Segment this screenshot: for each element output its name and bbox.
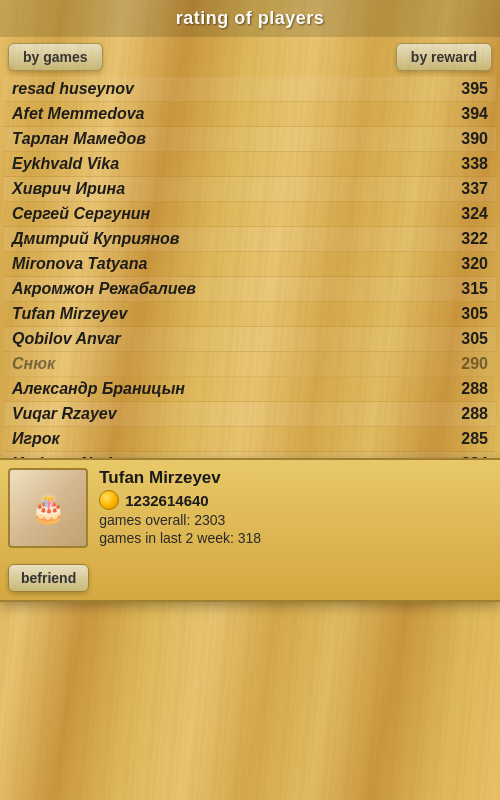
player-name: Дмитрий Куприянов <box>12 230 180 248</box>
player-row[interactable]: Mironova Tatyana320 <box>4 252 496 277</box>
player-score: 315 <box>461 280 488 298</box>
player-name: Акромжон Режабалиев <box>12 280 196 298</box>
player-name: Afet Memmedova <box>12 105 144 123</box>
player-row[interactable]: Акромжон Режабалиев315 <box>4 277 496 302</box>
player-row[interactable]: Сергей Сергунин324 <box>4 202 496 227</box>
player-score: 285 <box>461 430 488 448</box>
popup-games-last-week: games in last 2 week: 318 <box>99 530 492 546</box>
player-score: 395 <box>461 80 488 98</box>
filter-row: by games by reward <box>0 37 500 77</box>
player-name: Снюк <box>12 355 55 373</box>
player-score: 324 <box>461 205 488 223</box>
player-row[interactable]: Хиврич Ирина337 <box>4 177 496 202</box>
player-score: 290 <box>461 355 488 373</box>
player-name: Хиврич Ирина <box>12 180 125 198</box>
player-score: 390 <box>461 130 488 148</box>
player-row[interactable]: Eykhvald Vika338 <box>4 152 496 177</box>
player-name: Игрок <box>12 430 60 448</box>
popup-avatar: 🎂 <box>8 468 88 548</box>
player-name: Vuqar Rzayev <box>12 405 117 423</box>
popup-player-name: Tufan Mirzeyev <box>99 468 492 488</box>
popup-info-section: Tufan Mirzeyev 1232614640 games overall:… <box>99 468 492 546</box>
player-score: 394 <box>461 105 488 123</box>
player-score: 338 <box>461 155 488 173</box>
player-name: Сергей Сергунин <box>12 205 150 223</box>
player-score: 288 <box>461 380 488 398</box>
player-popup: 🎂 befriend Tufan Mirzeyev 1232614640 gam… <box>0 458 500 602</box>
befriend-button[interactable]: befriend <box>8 564 89 592</box>
player-name: Tufan Mirzeyev <box>12 305 127 323</box>
player-score: 305 <box>461 330 488 348</box>
player-row[interactable]: Снюк290 <box>4 352 496 377</box>
main-container: rating of players by games by reward res… <box>0 0 500 800</box>
player-row[interactable]: Afet Memmedova394 <box>4 102 496 127</box>
player-score: 337 <box>461 180 488 198</box>
player-row[interactable]: Александр Браницын288 <box>4 377 496 402</box>
by-games-button[interactable]: by games <box>8 43 103 71</box>
popup-coins-row: 1232614640 <box>99 490 492 510</box>
player-row[interactable]: Тарлан Мамедов390 <box>4 127 496 152</box>
coin-icon <box>99 490 119 510</box>
by-reward-button[interactable]: by reward <box>396 43 492 71</box>
player-row[interactable]: Qobilov Anvar305 <box>4 327 496 352</box>
player-list-above: resad huseynov395Afet Memmedova394Тарлан… <box>0 77 500 352</box>
player-score: 320 <box>461 255 488 273</box>
popup-left-section: 🎂 befriend <box>8 468 89 592</box>
player-score: 305 <box>461 305 488 323</box>
player-name: resad huseynov <box>12 80 134 98</box>
popup-coins-value: 1232614640 <box>125 492 208 509</box>
player-row[interactable]: Tufan Mirzeyev305 <box>4 302 496 327</box>
player-score: 288 <box>461 405 488 423</box>
page-title: rating of players <box>176 8 325 28</box>
player-name: Тарлан Мамедов <box>12 130 146 148</box>
header: rating of players <box>0 0 500 37</box>
player-name: Mironova Tatyana <box>12 255 147 273</box>
player-row[interactable]: Vuqar Rzayev288 <box>4 402 496 427</box>
player-name: Александр Браницын <box>12 380 185 398</box>
popup-games-overall: games overall: 2303 <box>99 512 492 528</box>
player-score: 322 <box>461 230 488 248</box>
player-name: Qobilov Anvar <box>12 330 121 348</box>
player-row[interactable]: Дмитрий Куприянов322 <box>4 227 496 252</box>
player-name: Eykhvald Vika <box>12 155 119 173</box>
player-row[interactable]: Игрок285 <box>4 427 496 452</box>
player-row[interactable]: resad huseynov395 <box>4 77 496 102</box>
